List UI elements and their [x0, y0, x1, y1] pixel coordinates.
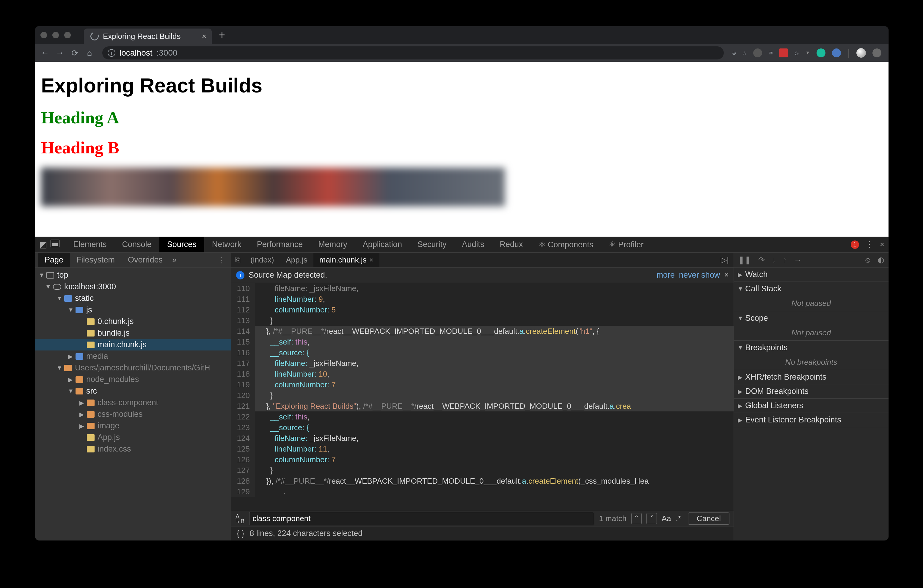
section-xhr-breakpoints[interactable]: ▶XHR/fetch Breakpoints	[734, 370, 889, 384]
find-next-button[interactable]: ˅	[647, 513, 657, 524]
back-button[interactable]: ←	[41, 48, 49, 57]
nav-tab-page[interactable]: Page	[38, 253, 70, 267]
browser-window: Exploring React Builds × + ← → ⟳ ⌂ i loc…	[35, 26, 889, 540]
devtools-menu-icon[interactable]: ⋮	[866, 240, 873, 249]
separator: |	[847, 48, 850, 58]
nav-menu-icon[interactable]: ⋮	[214, 255, 228, 265]
section-global-listeners[interactable]: ▶Global Listeners	[734, 399, 889, 412]
find-regex-toggle[interactable]: .*	[676, 514, 681, 523]
tab-components[interactable]: ⚛ Components	[531, 237, 601, 252]
tree-file[interactable]: 0.chunk.js	[35, 316, 231, 327]
zoom-icon[interactable]: ⊕	[732, 50, 736, 56]
section-watch[interactable]: ▶Watch	[734, 268, 889, 281]
tab-sources[interactable]: Sources	[159, 237, 204, 252]
info-close-icon[interactable]: ×	[724, 271, 729, 280]
tree-file[interactable]: index.css	[35, 443, 231, 455]
extension-icon[interactable]	[832, 48, 841, 57]
deactivate-breakpoints-icon[interactable]: ⦸	[866, 255, 870, 264]
reload-button[interactable]: ⟳	[70, 48, 79, 58]
tree-top[interactable]: ▼top	[35, 269, 231, 281]
tab-console[interactable]: Console	[115, 237, 159, 252]
tree-folder-nodemodules[interactable]: ▶node_modules	[35, 374, 231, 385]
section-scope[interactable]: ▼Scope	[734, 311, 889, 325]
tree-file[interactable]: App.js	[35, 432, 231, 443]
error-count-badge[interactable]: 1	[851, 240, 859, 249]
tab-application[interactable]: Application	[355, 237, 410, 252]
step-into-icon[interactable]: ↓	[772, 255, 776, 264]
extension-icon[interactable]	[779, 48, 788, 57]
step-out-icon[interactable]: ↑	[783, 255, 787, 264]
step-over-icon[interactable]: ↷	[758, 255, 765, 264]
pause-icon[interactable]: ❚❚	[738, 255, 751, 264]
nav-tab-filesystem[interactable]: Filesystem	[70, 253, 122, 267]
file-tab-index[interactable]: (index)	[245, 253, 280, 267]
pause-exceptions-icon[interactable]: ◐	[877, 255, 884, 264]
extension-icon[interactable]	[816, 48, 826, 57]
bookmark-icon[interactable]: ☆	[742, 50, 747, 56]
extension-icon[interactable]: ◎	[795, 50, 799, 56]
step-icon[interactable]: →	[794, 255, 801, 264]
info-never-link[interactable]: never show	[679, 271, 720, 280]
code-editor[interactable]: 110 fileName: _jsxFileName, 111 lineNumb…	[232, 283, 734, 511]
minimize-window-icon[interactable]	[53, 32, 59, 38]
section-dom-breakpoints[interactable]: ▶DOM Breakpoints	[734, 384, 889, 398]
tree-file[interactable]: bundle.js	[35, 327, 231, 339]
section-callstack[interactable]: ▼Call Stack	[734, 282, 889, 296]
tab-performance[interactable]: Performance	[249, 237, 311, 252]
tree-folder[interactable]: ▶class-component	[35, 397, 231, 409]
extension-icon[interactable]	[753, 48, 762, 57]
pretty-print-icon[interactable]: { }	[237, 529, 245, 538]
browser-tab[interactable]: Exploring React Builds ×	[84, 28, 212, 44]
tab-security[interactable]: Security	[410, 237, 454, 252]
tree-folder-path[interactable]: ▼Users/jameschurchill/Documents/GitH	[35, 362, 231, 374]
new-tab-button[interactable]: +	[216, 29, 228, 41]
nav-tab-more[interactable]: »	[172, 255, 177, 264]
tree-folder[interactable]: ▶css-modules	[35, 409, 231, 420]
tree-folder-src[interactable]: ▼src	[35, 385, 231, 397]
forward-button[interactable]: →	[55, 48, 64, 57]
url-input[interactable]: i localhost:3000	[102, 46, 724, 59]
find-cancel-button[interactable]: Cancel	[688, 512, 729, 525]
page-h1: Exploring React Builds	[41, 74, 882, 97]
tree-file-selected[interactable]: main.chunk.js	[35, 339, 231, 350]
tab-memory[interactable]: Memory	[310, 237, 355, 252]
tree-folder-js[interactable]: ▼js	[35, 304, 231, 316]
tree-folder-media[interactable]: ▶media	[35, 350, 231, 362]
tab-redux[interactable]: Redux	[492, 237, 531, 252]
tab-close-icon[interactable]: ×	[202, 32, 206, 41]
close-icon[interactable]: ×	[370, 256, 373, 264]
home-button[interactable]: ⌂	[85, 48, 94, 57]
info-more-link[interactable]: more	[657, 271, 675, 280]
file-tab-app[interactable]: App.js	[280, 253, 313, 267]
inspect-element-icon[interactable]: ◩	[39, 240, 47, 250]
find-mode-icon[interactable]: A↳B	[235, 514, 245, 524]
section-event-listener-breakpoints[interactable]: ▶Event Listener Breakpoints	[734, 413, 889, 427]
find-input[interactable]	[249, 512, 594, 525]
devtools: ◩ Elements Console Sources Network Perfo…	[35, 237, 889, 540]
device-toolbar-icon[interactable]	[51, 240, 59, 247]
nav-tab-overrides[interactable]: Overrides	[122, 253, 169, 267]
site-info-icon[interactable]: i	[108, 49, 115, 57]
file-icon	[87, 330, 95, 337]
maximize-window-icon[interactable]	[64, 32, 71, 38]
file-tab-main[interactable]: main.chunk.js×	[314, 253, 379, 267]
tree-origin[interactable]: ▼localhost:3000	[35, 281, 231, 292]
run-snippet-icon[interactable]: ▷|	[716, 255, 734, 264]
tree-folder[interactable]: ▶image	[35, 420, 231, 432]
extension-vue-icon[interactable]: ▼	[805, 50, 810, 56]
tree-folder-static[interactable]: ▼static	[35, 292, 231, 304]
tab-elements[interactable]: Elements	[66, 237, 115, 252]
find-prev-button[interactable]: ˄	[631, 513, 642, 524]
extension-icon[interactable]: ✉	[769, 50, 772, 56]
menu-icon[interactable]	[872, 48, 881, 57]
section-breakpoints[interactable]: ▼Breakpoints	[734, 341, 889, 355]
history-back-icon[interactable]: ⎗	[232, 255, 245, 264]
profile-avatar[interactable]	[856, 48, 866, 57]
find-case-toggle[interactable]: Aa	[662, 514, 671, 523]
folder-icon	[87, 423, 95, 429]
tab-audits[interactable]: Audits	[454, 237, 492, 252]
tab-profiler[interactable]: ⚛ Profiler	[601, 237, 651, 252]
devtools-close-icon[interactable]: ×	[880, 240, 884, 249]
tab-network[interactable]: Network	[204, 237, 249, 252]
close-window-icon[interactable]	[41, 32, 47, 38]
